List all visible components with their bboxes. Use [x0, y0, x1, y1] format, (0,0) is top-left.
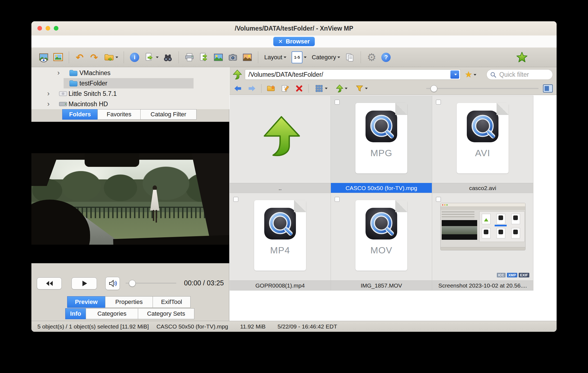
sidebar-tabs: Folders Favorites Catalog Filter [63, 109, 197, 120]
tab-catalog-filter[interactable]: Catalog Filter [140, 109, 197, 120]
rename-button[interactable] [280, 83, 290, 94]
tree-item-label: Little Snitch 5.7.1 [69, 90, 117, 97]
favorites-dropdown[interactable]: ★ [465, 70, 476, 79]
file-checkbox[interactable] [436, 100, 441, 105]
left-panel: › VMachines testFolder › [31, 67, 229, 321]
tree-item-macintosh-hd[interactable]: › Macintosh HD [31, 99, 229, 109]
desktop-background: /Volumes/DATA/testFolder/ - XnView MP ✕ … [0, 0, 588, 373]
view-mode-dropdown[interactable] [313, 83, 329, 94]
thumb-tile [497, 214, 505, 224]
back-button[interactable] [233, 83, 243, 94]
file-item-casco2-avi[interactable]: AVI casco2.avi [432, 96, 533, 193]
file-checkbox[interactable] [436, 197, 441, 202]
tab-favorites[interactable]: Favorites [97, 109, 141, 120]
play-button[interactable] [72, 277, 97, 289]
export-button[interactable] [198, 50, 210, 65]
open-with-button[interactable] [143, 50, 160, 65]
settings-button[interactable]: ⚙ [365, 50, 378, 65]
window-title: /Volumes/DATA/testFolder/ - XnView MP [31, 21, 557, 35]
path-history-dropdown[interactable] [450, 70, 459, 79]
category-dropdown[interactable]: Category [310, 54, 342, 61]
xnview-logo-button[interactable] [516, 50, 528, 65]
thumb-statusbar [441, 247, 525, 250]
file-item-gopr-mp4[interactable]: MP4 GOPR0008(1).mp4 [230, 193, 331, 291]
quicktime-file-icon: AVI [457, 103, 509, 173]
go-up-button[interactable] [232, 69, 242, 80]
pages-dropdown[interactable]: 1-5 [290, 51, 308, 63]
pedestrian-leg [153, 210, 154, 221]
tree-item-little-snitch[interactable]: › Little Snitch 5.7.1 [31, 88, 229, 99]
chevron-down-icon [345, 88, 348, 91]
tab-folders[interactable]: Folders [62, 109, 98, 120]
chevron-right-icon[interactable]: › [57, 69, 60, 76]
status-filename: CASCO 50x50 (for-TV).mpg [156, 323, 228, 330]
status-filesize: 11.92 MiB [240, 323, 266, 330]
thumbnail-size-slider[interactable] [426, 82, 539, 94]
file-checkbox[interactable] [335, 100, 340, 105]
info-button[interactable]: i [128, 50, 141, 65]
file-checkbox[interactable] [233, 197, 238, 202]
help-button[interactable]: ? [380, 50, 392, 65]
playback-time: 00:00 / 03:25 [168, 279, 224, 287]
tree-item-testfolder[interactable]: testFolder [31, 78, 229, 88]
redo-button[interactable]: ↷ [88, 50, 100, 65]
sort-up-dropdown[interactable] [333, 83, 349, 94]
file-name-label: CASCO 50x50 (for-TV).mpg [331, 183, 432, 193]
parent-folder-icon [258, 113, 302, 159]
capture-button[interactable] [227, 50, 239, 65]
thumbnail-slider-track[interactable] [426, 88, 539, 89]
file-item-screenshot[interactable]: ICC XMP EXIF Screenshot 2023-10-02 at 20… [432, 193, 533, 291]
thumbnail-slider-knob[interactable] [430, 85, 437, 92]
browse-mode-button[interactable] [37, 50, 50, 65]
tab-preview[interactable]: Preview [67, 296, 105, 308]
quick-filter-box [486, 69, 553, 80]
tab-browser[interactable]: ✕ Browser [273, 37, 315, 46]
forward-arrow-icon [248, 85, 256, 92]
delete-button[interactable] [294, 83, 304, 94]
forward-button[interactable] [247, 83, 257, 94]
file-item-parent[interactable]: .. [230, 96, 331, 193]
tab-exiftool[interactable]: ExifTool [153, 296, 191, 308]
search-button[interactable] [162, 50, 174, 65]
file-item-img-mov[interactable]: MOV IMG_1857.MOV [331, 193, 432, 291]
video-frame [31, 153, 229, 245]
rewind-button[interactable] [37, 277, 62, 289]
tree-item-vmachines[interactable]: › VMachines [31, 68, 229, 78]
volume-button[interactable] [105, 277, 120, 290]
chevron-right-icon[interactable]: › [47, 100, 50, 108]
chevron-right-icon[interactable]: › [47, 90, 50, 97]
new-folder-button[interactable] [266, 83, 276, 94]
move-to-folder-button[interactable] [102, 50, 119, 65]
thumb-titlebar [441, 203, 525, 207]
file-checkbox[interactable] [335, 197, 340, 202]
quick-filter-input[interactable] [487, 70, 553, 79]
toolbar-separator [179, 51, 179, 63]
xnview-window: /Volumes/DATA/testFolder/ - XnView MP ✕ … [31, 21, 557, 332]
tab-close-icon[interactable]: ✕ [278, 38, 283, 45]
tab-category-sets[interactable]: Category Sets [138, 308, 194, 319]
layout-dropdown[interactable]: Layout [263, 54, 288, 61]
toolbar-separator [308, 84, 309, 93]
fit-view-icon[interactable] [543, 84, 553, 93]
slideshow-button[interactable] [241, 50, 254, 65]
quicktime-logo-icon [465, 109, 500, 144]
file-item-casco-mpg[interactable]: MPG CASCO 50x50 (for-TV).mpg [331, 96, 432, 193]
path-input[interactable] [245, 70, 460, 79]
video-pedestrian [149, 185, 161, 229]
tab-categories[interactable]: Categories [86, 308, 138, 319]
browser-toolbar [230, 82, 557, 95]
tab-properties[interactable]: Properties [105, 296, 153, 308]
file-format-label: AVI [457, 148, 509, 158]
undo-button[interactable]: ↶ [73, 50, 86, 65]
page-fold-shadow [497, 103, 509, 115]
view-mode-button[interactable] [52, 50, 64, 65]
copy-paste-button[interactable] [344, 50, 356, 65]
print-button[interactable] [183, 50, 196, 65]
tab-info[interactable]: Info [65, 308, 86, 319]
content-area: › VMachines testFolder › [31, 67, 557, 321]
seek-slider-knob[interactable] [129, 280, 136, 287]
filter-dropdown[interactable] [354, 83, 369, 94]
edit-image-button[interactable] [212, 50, 225, 65]
delete-x-icon [295, 84, 303, 93]
status-objects: 5 object(s) / 1 object(s) selected [11.9… [37, 323, 149, 330]
